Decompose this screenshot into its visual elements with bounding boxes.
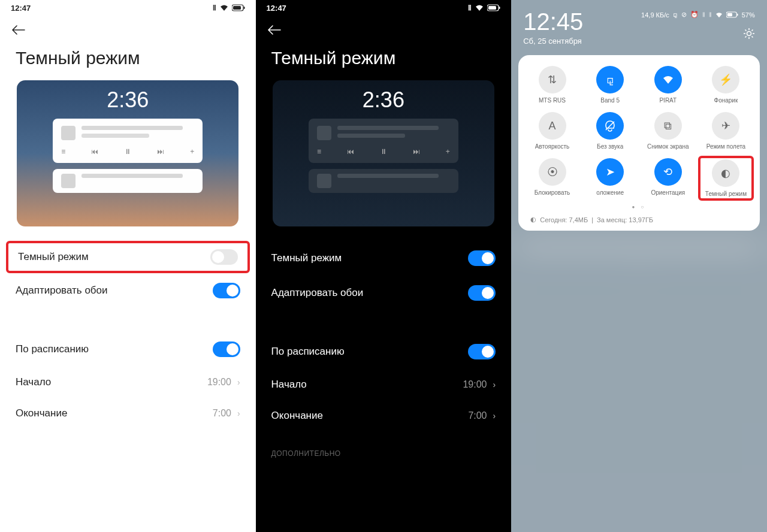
qs-tile-label: Без звука [597, 143, 623, 150]
wifi-icon [654, 66, 682, 93]
schedule-toggle[interactable] [213, 341, 240, 357]
usage-icon: ◐ [530, 216, 536, 223]
schedule-toggle[interactable] [468, 344, 496, 359]
dark-mode-toggle[interactable] [210, 249, 238, 265]
battery-icon [232, 4, 245, 11]
schedule-label: По расписанию [271, 346, 345, 358]
battery-icon [487, 4, 500, 11]
page-indicator: ● ○ [524, 201, 754, 212]
adapt-wallpaper-row[interactable]: Адаптировать обои [256, 276, 512, 310]
quick-settings-panel: 12:45 Сб, 25 сентября 14,9 КБ/с ⚼ ⊘ ⏰ ⫴ … [511, 0, 767, 532]
dark-mode-icon: ◐ [712, 159, 739, 187]
mute-icon [596, 112, 624, 140]
dark-mode-row[interactable]: Темный режим [6, 241, 250, 273]
settings-gear-icon[interactable] [743, 28, 755, 40]
svg-rect-2 [243, 7, 244, 9]
end-value: 7:00 [468, 410, 487, 421]
dark-mode-label: Темный режим [18, 251, 89, 263]
end-label: Окончание [271, 410, 323, 422]
qs-tile-airplane[interactable]: ✈Режим полета [698, 110, 754, 152]
signal-icon: ⫴ [709, 11, 712, 19]
end-label: Окончание [16, 407, 67, 419]
bluetooth-icon: ⚼ [596, 66, 624, 93]
back-button[interactable] [0, 16, 256, 44]
page-title: Темный режим [256, 44, 512, 80]
preview-time: 2:36 [273, 80, 494, 113]
qs-tile-location[interactable]: ➤оложение [582, 156, 638, 201]
qs-date: Сб, 25 сентября [523, 37, 755, 46]
qs-tile-screenshot[interactable]: ⧉Снимок экрана [640, 110, 696, 152]
dark-mode-row[interactable]: Темный режим [256, 241, 512, 276]
svg-line-10 [606, 122, 614, 130]
start-label: Начало [271, 379, 307, 391]
auto-bright-icon: A [539, 112, 566, 140]
qs-tile-label: Фонарик [714, 97, 738, 104]
lock-icon: ⦿ [539, 158, 566, 186]
qs-tile-dark-mode[interactable]: ◐Темный режим [698, 156, 754, 201]
status-time: 12:47 [267, 4, 286, 13]
chevron-right-icon: › [237, 377, 240, 387]
qs-tile-lock[interactable]: ⦿Блокировать [524, 156, 580, 201]
end-time-row[interactable]: Окончание 7:00› [256, 400, 512, 431]
wifi-icon [475, 4, 484, 11]
theme-preview: 2:36 ≡⏮⏸⏭+ [273, 80, 494, 226]
signal-icon: ⫴ [213, 3, 216, 13]
wifi-icon [715, 12, 723, 18]
qs-tile-auto-bright[interactable]: AАвтояркость [524, 110, 580, 152]
back-button[interactable] [256, 16, 512, 44]
qs-tile-label: Режим полета [706, 143, 745, 150]
start-time-row[interactable]: Начало 19:00› [0, 367, 256, 398]
data-usage: ◐ Сегодня: 7,4МБ | За месяц: 13,97ГБ [524, 212, 754, 226]
chevron-right-icon: › [237, 409, 240, 418]
adapt-wallpaper-label: Адаптировать обои [16, 285, 108, 297]
signal-icon: ⇅ [539, 66, 566, 93]
start-time-row[interactable]: Начало 19:00› [256, 369, 512, 400]
qs-tile-label: Блокировать [535, 189, 570, 196]
adapt-wallpaper-toggle[interactable] [468, 285, 496, 301]
qs-tile-wifi[interactable]: PIRAT [640, 64, 696, 106]
schedule-row[interactable]: По расписанию [0, 332, 256, 367]
airplane-icon: ✈ [712, 112, 739, 140]
qs-tile-rotate[interactable]: ⟲Ориентация [640, 156, 696, 201]
qs-status: 14,9 КБ/с ⚼ ⊘ ⏰ ⫴ ⫴ 57% [641, 11, 755, 19]
start-label: Начало [16, 376, 51, 388]
dark-mode-label: Темный режим [271, 252, 342, 264]
status-time: 12:47 [11, 4, 31, 13]
qs-tile-label: Темный режим [705, 191, 747, 197]
adapt-wallpaper-toggle[interactable] [213, 283, 240, 298]
end-value: 7:00 [213, 408, 231, 419]
qs-tile-label: MTS RUS [539, 97, 566, 104]
location-icon: ➤ [596, 158, 624, 186]
adapt-wallpaper-row[interactable]: Адаптировать обои [0, 273, 256, 308]
start-value: 19:00 [207, 377, 231, 388]
qs-tile-label: оложение [596, 189, 624, 196]
settings-screen-light: 12:47 ⫴ Темный режим 2:36 ≡⏮⏸⏭+ Темный р… [0, 0, 256, 532]
battery-pct: 57% [742, 11, 755, 19]
svg-rect-1 [233, 6, 241, 10]
schedule-label: По расписанию [16, 343, 89, 355]
qs-tiles-panel: ⇅MTS RUS⚼Band 5PIRAT⚡ФонарикAАвтояркость… [518, 55, 760, 231]
signal-icon: ⫴ [468, 3, 472, 13]
svg-rect-8 [736, 14, 738, 16]
qs-tile-signal[interactable]: ⇅MTS RUS [524, 64, 580, 106]
dark-mode-toggle[interactable] [468, 250, 496, 266]
qs-tile-label: Ориентация [651, 189, 685, 196]
alarm-icon: ⏰ [690, 11, 699, 19]
adapt-wallpaper-label: Адаптировать обои [271, 287, 364, 299]
status-bar: 12:47 ⫴ [0, 0, 256, 16]
qs-tile-label: Автояркость [535, 143, 570, 150]
rotate-icon: ⟲ [654, 158, 682, 186]
qs-tile-label: Снимок экрана [647, 143, 689, 150]
svg-point-9 [747, 32, 751, 36]
qs-tile-bluetooth[interactable]: ⚼Band 5 [582, 64, 638, 106]
qs-tile-mute[interactable]: Без звука [582, 110, 638, 152]
dnd-icon: ⊘ [681, 11, 687, 19]
status-icons: ⫴ [468, 3, 500, 13]
qs-tile-flashlight[interactable]: ⚡Фонарик [698, 64, 754, 106]
schedule-row[interactable]: По расписанию [256, 334, 512, 369]
theme-preview: 2:36 ≡⏮⏸⏭+ [17, 80, 238, 226]
end-time-row[interactable]: Окончание 7:00› [0, 398, 256, 429]
svg-rect-7 [727, 13, 732, 16]
qs-tile-label: Band 5 [600, 97, 620, 104]
flashlight-icon: ⚡ [712, 66, 739, 93]
